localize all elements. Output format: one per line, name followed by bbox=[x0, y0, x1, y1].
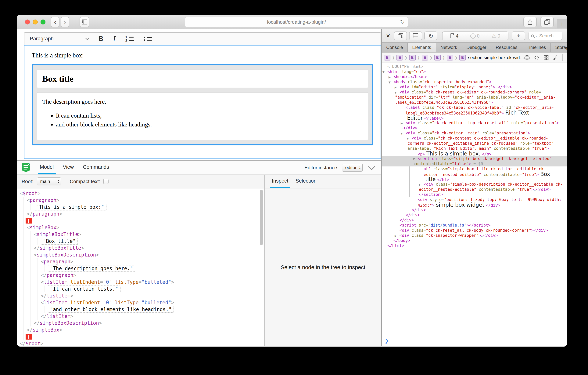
model-tree-line[interactable]: </paragraph> bbox=[17, 210, 264, 217]
dom-tree-line[interactable]: </div> bbox=[382, 212, 567, 218]
dom-tree-line[interactable]: <label class="ck ck-label ck-voice-label… bbox=[382, 105, 567, 110]
breadcrumb-element-badge[interactable]: E bbox=[459, 55, 466, 60]
tab-overview-button[interactable] bbox=[540, 17, 554, 27]
expand-arrow-icon[interactable]: ▶ bbox=[401, 121, 406, 126]
dom-tree-line[interactable]: label_e63cbbfece34c53ce23501062343f49b8"… bbox=[382, 100, 567, 105]
paragraph-dropdown[interactable]: Paragraph bbox=[30, 36, 54, 42]
model-tree-line[interactable]: "The description goes here." bbox=[17, 265, 264, 272]
expand-arrow-icon[interactable]: ▶ bbox=[395, 233, 399, 239]
model-text-node[interactable]: "The description goes here." bbox=[48, 265, 135, 272]
simple-box-description[interactable]: The description goes here. It can contai… bbox=[37, 92, 368, 140]
model-text-node[interactable]: "This is a simple box:" bbox=[34, 204, 106, 210]
dom-tree-line[interactable]: ▶<div class="ck-inspector-wrapper">…</di… bbox=[382, 233, 567, 238]
breadcrumb-element-badge[interactable]: E bbox=[447, 55, 453, 60]
back-button[interactable]: ‹ bbox=[51, 17, 60, 27]
dom-tree-line[interactable]: ▼<body class="ck-inspector-body-expanded… bbox=[382, 79, 567, 85]
model-tree-line[interactable]: <listItem listIndent="0" listType="bulle… bbox=[17, 279, 264, 286]
model-tree-line[interactable]: <paragraph> bbox=[17, 197, 264, 204]
print-styles-button[interactable] bbox=[524, 55, 530, 60]
dom-tree-line[interactable]: </div> bbox=[382, 218, 567, 223]
model-tree-line[interactable]: <simpleBoxTitle> bbox=[17, 231, 264, 238]
dom-tree-line[interactable]: ▶<div class="ck ck-editor__top ck-reset_… bbox=[382, 120, 567, 125]
model-tree-line[interactable]: </$root> bbox=[17, 340, 264, 346]
dom-tree-line[interactable]: Editor</label> bbox=[382, 115, 567, 120]
devtools-tab-resources[interactable]: Resources bbox=[491, 43, 522, 52]
breadcrumb-selected-node[interactable]: section.simple-box.ck-wid… bbox=[468, 55, 524, 60]
model-tree-line[interactable]: [ bbox=[17, 217, 264, 224]
dom-tree-line[interactable]: <script src="dist/bundle.js"></script> bbox=[382, 223, 567, 228]
dom-tree-line[interactable]: <div style="position: fixed; top: 0px; l… bbox=[382, 197, 567, 202]
quick-console[interactable]: ❯ bbox=[382, 335, 567, 346]
compact-text-checkbox[interactable] bbox=[103, 179, 109, 184]
close-window-button[interactable] bbox=[25, 20, 30, 24]
dom-tree-line[interactable]: <!DOCTYPE html> bbox=[382, 64, 567, 69]
inspect-tab-selection[interactable]: Selection bbox=[294, 175, 318, 188]
styles-brush-button[interactable] bbox=[553, 55, 558, 60]
dom-tree-line[interactable]: "application" dir="ltr" lang="en" aria-l… bbox=[382, 95, 567, 100]
breadcrumb-element-badge[interactable]: E bbox=[422, 55, 428, 60]
dom-tree-line[interactable]: </body> bbox=[382, 238, 567, 243]
element-picker-button[interactable]: ⌖ bbox=[512, 32, 525, 40]
dom-tree-line[interactable]: <p>This is a simple box:</p> bbox=[382, 151, 567, 156]
reload-icon[interactable]: ↻ bbox=[400, 19, 405, 25]
address-bar[interactable]: localhost/creating-a-plugin/ ↻ bbox=[185, 17, 408, 27]
share-button[interactable] bbox=[523, 17, 537, 27]
bulleted-list-button[interactable] bbox=[144, 37, 152, 41]
model-tree-line[interactable]: </simpleBox> bbox=[17, 326, 264, 333]
dock-bottom-button[interactable] bbox=[409, 32, 422, 40]
inspect-tab-inspect[interactable]: Inspect bbox=[270, 175, 290, 188]
expand-arrow-icon[interactable]: ▶ bbox=[395, 85, 399, 90]
breadcrumb-element-badge[interactable]: E bbox=[434, 55, 441, 60]
undock-button[interactable] bbox=[394, 32, 407, 40]
collapse-arrow-icon[interactable]: ▼ bbox=[401, 131, 406, 136]
dom-tree-line[interactable]: </div> bbox=[382, 207, 567, 212]
collapse-arrow-icon[interactable]: ▼ bbox=[407, 136, 412, 141]
close-devtools-button[interactable]: ✕ bbox=[386, 33, 390, 39]
root-select[interactable]: main ▴▾ bbox=[37, 177, 61, 185]
model-tree-line[interactable]: </listItem> bbox=[17, 292, 264, 299]
inspector-tab-model[interactable]: Model bbox=[38, 161, 56, 174]
collapse-arrow-icon[interactable]: ▼ bbox=[388, 80, 393, 85]
collapse-arrow-icon[interactable]: ▼ bbox=[413, 157, 418, 162]
inspector-tab-view[interactable]: View bbox=[61, 161, 76, 174]
minimize-window-button[interactable] bbox=[33, 20, 38, 24]
dom-tree-line[interactable]: aria-label="Rich Text Editor, main" cont… bbox=[382, 146, 567, 151]
dom-tree-line[interactable]: corners ck-editor__editable_inline ck-fo… bbox=[382, 141, 567, 146]
intro-paragraph[interactable]: This is a simple box: bbox=[32, 52, 373, 59]
model-tree-line[interactable]: "It can contain lists," bbox=[17, 286, 264, 292]
dom-tree-line[interactable]: ▼<div class="ck ck-reset ck-editor ck-ro… bbox=[382, 90, 567, 95]
model-tree-line[interactable]: <simpleBoxDescription> bbox=[17, 251, 264, 258]
model-tree-line[interactable]: <$root> bbox=[17, 190, 264, 197]
dom-tree-line[interactable]: <div class="ck ck-reset_all ck-body ck-r… bbox=[382, 228, 567, 233]
zoom-window-button[interactable] bbox=[41, 20, 45, 24]
numbered-list-button[interactable]: 1 2 bbox=[126, 36, 134, 42]
description-list[interactable]: It can contain lists,and other block ele… bbox=[42, 112, 363, 128]
model-tree-line[interactable]: <paragraph> bbox=[17, 258, 264, 265]
simple-box-title[interactable]: Box title bbox=[37, 70, 368, 88]
dom-tree-line[interactable]: ▼<section class="simple-box ck-widget ck… bbox=[382, 156, 567, 161]
breadcrumb-element-badge[interactable]: E bbox=[384, 55, 390, 60]
devtools-tab-network[interactable]: Network bbox=[436, 43, 462, 52]
model-tree-line[interactable]: "This is a simple box:" bbox=[17, 204, 264, 210]
description-paragraph[interactable]: The description goes here. bbox=[42, 98, 363, 105]
model-tree-line[interactable]: </listItem> bbox=[17, 313, 264, 320]
model-tree-line[interactable]: <simpleBox> bbox=[17, 224, 264, 231]
activity-viewer[interactable]: 4 !0 ⚠0 bbox=[442, 32, 508, 40]
breadcrumb-element-badge[interactable]: E bbox=[409, 55, 416, 60]
model-text-node[interactable]: "Box title" bbox=[41, 238, 78, 244]
dom-tree-line[interactable]: contenteditable="false"> = $0 bbox=[382, 161, 567, 166]
breadcrumb-element-badge[interactable]: E bbox=[397, 55, 403, 60]
devtools-tab-debugger[interactable]: Debugger bbox=[462, 43, 491, 52]
devtools-search-input[interactable]: ⌄ Search bbox=[528, 32, 562, 40]
show-source-button[interactable] bbox=[534, 55, 539, 60]
tree-scrollbar[interactable] bbox=[260, 190, 263, 245]
model-tree-line[interactable]: ] bbox=[17, 333, 264, 340]
model-tree-line[interactable]: </simpleBoxDescription> bbox=[17, 320, 264, 326]
editor-instance-select[interactable]: editor ▴▾ bbox=[342, 164, 363, 172]
dom-tree-line[interactable]: ▶<head>…</head> bbox=[382, 74, 567, 79]
dom-tree-line[interactable]: ▶<div id="editor" style="display: none;"… bbox=[382, 85, 567, 90]
layout-grid-button[interactable] bbox=[544, 55, 549, 60]
devtools-tab-console[interactable]: Console bbox=[382, 43, 408, 52]
model-tree-line[interactable]: "and other block elements like headings.… bbox=[17, 306, 264, 313]
expand-arrow-icon[interactable]: ▶ bbox=[419, 182, 424, 187]
